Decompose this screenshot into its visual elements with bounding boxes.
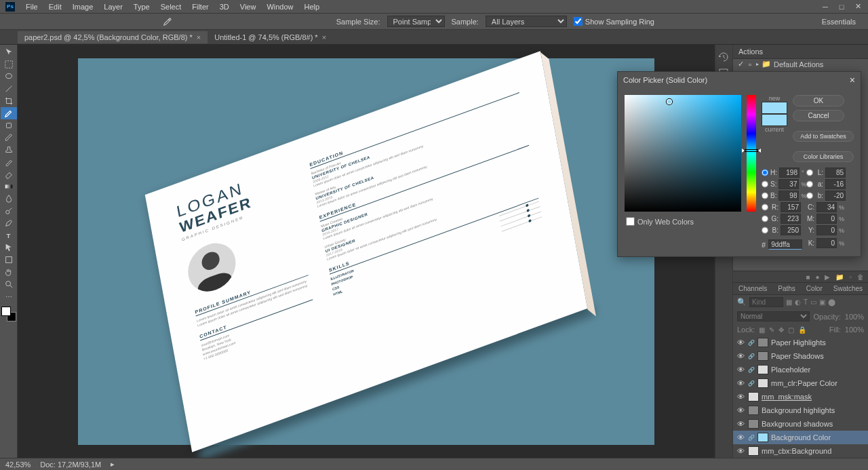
marquee-tool[interactable]: [1, 58, 17, 71]
layer-row[interactable]: 👁mm_cbx:Background: [733, 444, 868, 458]
visibility-toggle[interactable]: 👁: [736, 393, 745, 401]
y-input[interactable]: [816, 225, 837, 235]
menu-select[interactable]: Select: [155, 1, 187, 12]
tab-swatches[interactable]: Swatches: [828, 283, 868, 294]
saturation-field[interactable]: [625, 95, 741, 212]
hue-cursor[interactable]: [745, 149, 758, 152]
visibility-toggle[interactable]: 👁: [736, 420, 745, 428]
cancel-button[interactable]: Cancel: [793, 110, 844, 121]
hue-slider[interactable]: [747, 95, 756, 212]
hand-tool[interactable]: [1, 266, 17, 278]
new-set-icon[interactable]: 📁: [835, 273, 844, 281]
fg-color-swatch[interactable]: [1, 307, 11, 316]
eyedropper-tool-icon[interactable]: [159, 16, 176, 28]
history-panel-icon[interactable]: [715, 49, 732, 65]
show-sampling-ring-check[interactable]: Show Sampling Ring: [574, 17, 654, 26]
fill-value[interactable]: 100%: [845, 326, 864, 334]
filter-pixel-icon[interactable]: ▦: [786, 298, 792, 306]
blend-mode-select[interactable]: Normal: [737, 311, 810, 321]
menu-image[interactable]: Image: [67, 1, 99, 12]
crop-tool[interactable]: [1, 95, 17, 107]
s-input[interactable]: [778, 179, 799, 189]
sample-select[interactable]: All Layers: [486, 16, 567, 27]
web-colors-check[interactable]: Only Web Colors: [625, 217, 741, 226]
tab-untitled[interactable]: Untitled-1 @ 74,5% (RGB/8#) * ×: [208, 31, 333, 43]
layer-row[interactable]: 👁Background highlights: [733, 404, 868, 417]
layer-row[interactable]: 👁🔗Placeholder: [733, 363, 868, 376]
edit-toolbar[interactable]: ⋯: [1, 290, 17, 302]
g-radio[interactable]: [762, 214, 768, 223]
opacity-value[interactable]: 100%: [845, 313, 864, 321]
c-input[interactable]: [816, 202, 837, 212]
bb-input[interactable]: [825, 191, 846, 201]
play-icon[interactable]: ▶: [825, 273, 830, 281]
tab-channels[interactable]: Channels: [733, 283, 772, 294]
visibility-toggle[interactable]: 👁: [736, 379, 745, 387]
layer-row[interactable]: 👁Baxkground shadows: [733, 417, 868, 431]
g-input[interactable]: [781, 214, 801, 224]
visibility-toggle[interactable]: 👁: [736, 433, 745, 442]
hex-input[interactable]: [768, 239, 802, 250]
gradient-tool[interactable]: [1, 180, 17, 193]
minimize-button[interactable]: ─: [821, 2, 830, 12]
tab-color[interactable]: Color: [801, 283, 828, 294]
lock-trans-icon[interactable]: ▦: [759, 326, 765, 334]
status-chevron-icon[interactable]: ▸: [111, 460, 115, 469]
s-radio[interactable]: [762, 180, 768, 189]
visibility-toggle[interactable]: 👁: [736, 366, 745, 374]
menu-window[interactable]: Window: [261, 1, 298, 12]
doc-size[interactable]: Doc: 17,2M/93,1M: [40, 461, 101, 469]
layer-row[interactable]: 👁mm_msk:mask: [733, 390, 868, 404]
history-brush-tool[interactable]: [1, 156, 17, 168]
text-tool[interactable]: T: [1, 229, 17, 241]
tab-paths[interactable]: Paths: [772, 283, 801, 294]
maximize-button[interactable]: □: [837, 2, 846, 12]
lasso-tool[interactable]: [1, 71, 17, 83]
eyedropper-tool[interactable]: [1, 107, 17, 119]
menu-layer[interactable]: Layer: [98, 1, 128, 12]
show-ring-checkbox[interactable]: [574, 17, 583, 26]
filter-shape-icon[interactable]: ▭: [810, 298, 816, 306]
current-color-swatch[interactable]: [762, 114, 787, 126]
new-action-icon[interactable]: ▫: [849, 273, 852, 281]
r-radio[interactable]: [762, 203, 768, 212]
menu-filter[interactable]: Filter: [186, 1, 214, 12]
bbb-radio[interactable]: [762, 226, 768, 235]
a-radio[interactable]: [806, 180, 813, 189]
close-button[interactable]: ✕: [853, 2, 863, 12]
move-tool[interactable]: [1, 46, 17, 58]
pen-tool[interactable]: [1, 217, 17, 229]
record-icon[interactable]: ●: [815, 273, 819, 281]
blur-tool[interactable]: [1, 193, 17, 205]
k-input[interactable]: [816, 238, 837, 248]
visibility-toggle[interactable]: 👁: [736, 406, 745, 414]
h-radio[interactable]: [762, 168, 768, 177]
layer-row[interactable]: 👁🔗Paper Shadows: [733, 349, 868, 363]
ok-button[interactable]: OK: [793, 95, 844, 106]
a-input[interactable]: [825, 179, 846, 189]
document-canvas[interactable]: LOGAN WEAFER GRAPHIC DESIGNER PROFILE SU…: [78, 58, 654, 445]
lock-all-icon[interactable]: 🔒: [798, 326, 806, 334]
bb-radio[interactable]: [806, 191, 813, 200]
l-input[interactable]: [825, 168, 846, 178]
menu-help[interactable]: Help: [299, 1, 326, 12]
filter-toggle-icon[interactable]: ⬤: [828, 298, 835, 306]
tab-close-icon[interactable]: ×: [197, 33, 201, 41]
layer-row[interactable]: 👁🔗Background Color: [733, 431, 868, 444]
lock-artboard-icon[interactable]: ▢: [788, 326, 794, 334]
lock-pos-icon[interactable]: ✥: [778, 326, 784, 334]
zoom-level[interactable]: 42,53%: [5, 461, 31, 469]
layer-row[interactable]: 👁🔗Paper Highlights: [733, 336, 868, 349]
layer-filter-input[interactable]: [749, 297, 783, 307]
m-input[interactable]: [816, 214, 837, 224]
tab-paper2[interactable]: paper2.psd @ 42,5% (Background Color, RG…: [18, 31, 208, 43]
canvas-area[interactable]: LOGAN WEAFER GRAPHIC DESIGNER PROFILE SU…: [18, 45, 715, 458]
sample-size-select[interactable]: Point Sample: [387, 16, 445, 27]
lock-paint-icon[interactable]: ✎: [769, 326, 774, 334]
healing-tool[interactable]: [1, 119, 17, 132]
visibility-toggle[interactable]: 👁: [736, 352, 745, 360]
b-radio[interactable]: [762, 191, 768, 200]
stamp-tool[interactable]: [1, 144, 17, 156]
visibility-toggle[interactable]: 👁: [736, 447, 745, 455]
menu-edit[interactable]: Edit: [43, 1, 67, 12]
